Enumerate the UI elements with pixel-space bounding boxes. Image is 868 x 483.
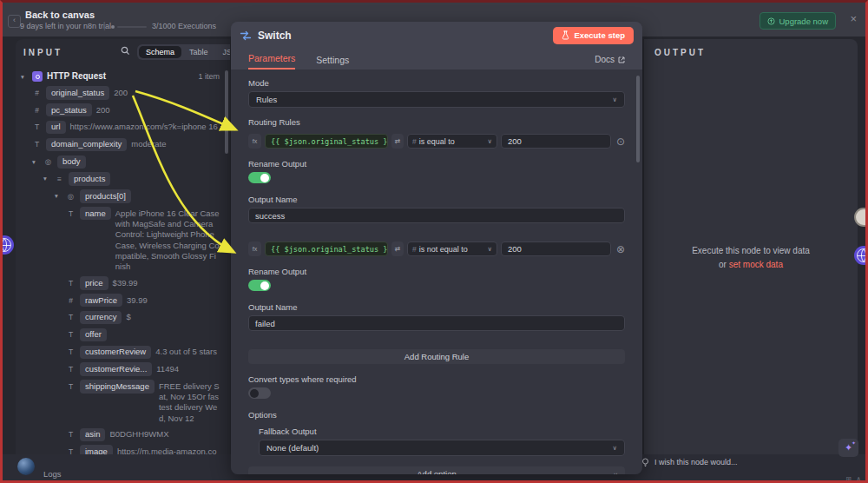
input-scrollbar[interactable] <box>225 70 228 154</box>
comparison-value-input[interactable]: 200 <box>501 134 611 149</box>
rename-output-toggle[interactable] <box>248 280 271 291</box>
output-name-input[interactable]: failed <box>248 315 625 331</box>
object-type-icon: ◎ <box>66 192 76 202</box>
tree-row[interactable]: Tdomain_complexitymoderate <box>19 138 228 151</box>
tree-row[interactable]: Toffer <box>19 328 228 341</box>
string-type-icon: T <box>66 382 76 392</box>
fallback-output-select[interactable]: None (default) ∨ <box>259 440 625 456</box>
operator-select[interactable]: #is equal to∨ <box>407 134 497 149</box>
tree-key[interactable]: body <box>57 155 86 169</box>
close-banner-icon[interactable]: × <box>850 12 857 25</box>
rule-remove-icon[interactable]: ⊗ <box>616 242 625 256</box>
tree-row[interactable]: TshippingMessageFREE delivery Sat, Nov 1… <box>19 380 228 424</box>
tree-row[interactable]: Tcurrency$ <box>19 311 228 324</box>
convert-types-toggle[interactable] <box>248 387 271 399</box>
back-to-canvas-link[interactable]: Back to canvas <box>25 10 95 20</box>
tree-row[interactable]: ▾◎body <box>19 155 228 169</box>
tree-row[interactable]: ▾≡products <box>19 172 228 185</box>
rename-output-toggle[interactable] <box>248 172 271 183</box>
fx-icon[interactable]: fx <box>248 134 261 149</box>
docs-link[interactable]: Docs <box>595 55 625 69</box>
tree-key[interactable]: currency <box>80 311 122 324</box>
divider: | <box>103 20 106 30</box>
expression-field[interactable]: {{ $json.original_status }} <box>265 242 388 256</box>
tab-settings[interactable]: Settings <box>316 55 349 69</box>
routing-rule: fx{{ $json.original_status }}⇄#is equal … <box>248 134 625 223</box>
browser-extension-icon[interactable] <box>854 208 868 227</box>
rule-options-icon[interactable]: ⊙ <box>616 134 625 149</box>
tree-key[interactable]: customerRevie... <box>80 362 152 375</box>
tree-row[interactable]: TcustomerReview4.3 out of 5 stars <box>19 346 228 359</box>
node-header: Switch Execute step <box>231 22 642 49</box>
tree-row[interactable]: ▾HTTP Request1 item <box>19 70 228 83</box>
tree-value: $ <box>126 311 130 323</box>
tab-table[interactable]: Table <box>182 46 215 58</box>
ai-assistant-button[interactable]: ✦✦ <box>838 439 858 457</box>
tree-row[interactable]: #original_status200 <box>19 86 228 99</box>
chevron-down-icon[interactable]: ▾ <box>21 73 28 82</box>
browser-extension-globe-icon[interactable] <box>0 235 14 255</box>
tree-row[interactable]: TcustomerRevie...11494 <box>19 362 228 375</box>
tree-row[interactable]: ▾◎products[0] <box>19 189 228 202</box>
user-avatar[interactable] <box>17 458 35 475</box>
tree-key[interactable]: asin <box>80 428 105 441</box>
add-option-button[interactable]: Add option ∨ <box>248 466 625 474</box>
tab-schema[interactable]: Schema <box>139 46 181 58</box>
tab-parameters[interactable]: Parameters <box>248 53 295 69</box>
tree-key[interactable]: rawPrice <box>80 294 122 307</box>
chevron-down-icon[interactable]: ▾ <box>55 192 62 201</box>
tree-row[interactable]: Turlhttps://www.amazon.com/s?k=iphone 16 <box>19 121 228 134</box>
tree-row[interactable]: TnameApple iPhone 16 Clear Case with Mag… <box>19 207 228 273</box>
output-name-input[interactable]: success <box>248 208 625 223</box>
tree-key[interactable]: shippingMessage <box>80 380 155 393</box>
tree-value: 4.3 out of 5 stars <box>155 346 217 358</box>
search-icon[interactable] <box>121 46 130 56</box>
tree-key[interactable]: offer <box>80 328 107 341</box>
execute-step-button[interactable]: Execute step <box>553 27 634 44</box>
browser-extension-globe-icon[interactable] <box>854 246 868 265</box>
tab-json[interactable]: JSON <box>216 46 230 58</box>
tree-key[interactable]: name <box>80 207 111 220</box>
tree-row[interactable]: #rawPrice39.99 <box>19 294 228 307</box>
tree-row[interactable]: #pc_status200 <box>19 103 228 116</box>
tree-key[interactable]: original_status <box>46 86 109 99</box>
tree-key[interactable]: products[0] <box>80 189 131 202</box>
swap-icon[interactable]: ⇄ <box>391 242 404 256</box>
upgrade-now-button[interactable]: Upgrade now <box>760 12 836 30</box>
chevron-down-icon[interactable]: ▾ <box>32 158 39 167</box>
tree-key[interactable]: image <box>80 445 113 454</box>
toggle-knob <box>260 174 269 182</box>
set-mock-data-link[interactable]: set mock data <box>729 260 783 269</box>
comparison-value-input[interactable]: 200 <box>501 242 611 256</box>
tree-key[interactable]: pc_status <box>46 103 92 116</box>
collapse-icon[interactable]: ∧ <box>856 475 861 483</box>
switch-node-icon <box>240 30 252 42</box>
mode-value: Rules <box>256 95 277 104</box>
tree-key[interactable]: HTTP Request <box>47 70 106 82</box>
swap-icon[interactable]: ⇄ <box>391 134 404 149</box>
fx-icon[interactable]: fx <box>248 242 261 256</box>
wish-input[interactable]: I wish this node would... <box>641 456 853 468</box>
rules-container: fx{{ $json.original_status }}⇄#is equal … <box>248 134 625 331</box>
tree-key[interactable]: url <box>46 121 66 134</box>
tree-key[interactable]: price <box>80 276 108 289</box>
rename-output-label: Rename Output <box>248 267 625 276</box>
routing-rule: fx{{ $json.original_status }}⇄#is not eq… <box>248 242 625 331</box>
node-panel-scrollbar[interactable] <box>636 76 640 162</box>
add-routing-rule-button[interactable]: Add Routing Rule <box>248 349 625 364</box>
tree-row[interactable]: Tprice$39.99 <box>19 276 228 289</box>
chevron-down-icon[interactable]: ▾ <box>43 175 50 183</box>
number-type-icon: # <box>32 106 42 116</box>
tree-key[interactable]: products <box>69 172 110 185</box>
expression-field[interactable]: {{ $json.original_status }} <box>265 134 388 149</box>
back-icon[interactable]: ‹ <box>8 15 21 28</box>
operator-select[interactable]: #is not equal to∨ <box>407 242 497 256</box>
tree-key[interactable]: domain_complexity <box>46 138 127 151</box>
tree-key[interactable]: customerReview <box>80 346 151 359</box>
grid-icon[interactable]: ⊞ <box>845 475 852 483</box>
globe-icon <box>0 238 11 252</box>
mode-select[interactable]: Rules ∨ <box>248 91 625 108</box>
tree-row[interactable]: TasinB0DGHH9WMX <box>19 428 228 441</box>
logs-button[interactable]: Logs <box>43 469 62 479</box>
tree-row[interactable]: Timagehttps://m.media-amazon.com/images/… <box>19 445 228 454</box>
